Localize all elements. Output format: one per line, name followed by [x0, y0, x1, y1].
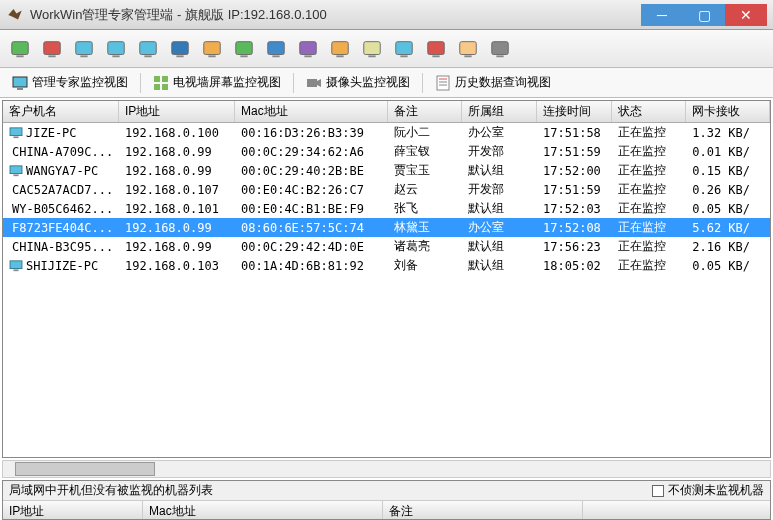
page-icon[interactable]: [166, 35, 194, 63]
chat-icon[interactable]: [358, 35, 386, 63]
cell-time: 17:52:08: [537, 221, 612, 235]
history-icon: [435, 75, 451, 91]
table-row[interactable]: SHIJIZE-PC192.168.0.10300:1A:4D:6B:81:92…: [3, 256, 770, 275]
cell-group: 开发部: [462, 143, 537, 160]
cell-name: CHINA-B3C95...: [3, 240, 119, 254]
play-icon[interactable]: [230, 35, 258, 63]
cell-time: 17:52:03: [537, 202, 612, 216]
svg-rect-2: [44, 41, 61, 54]
bottom-panel: 局域网中开机但没有被监视的机器列表 不侦测未监视机器 IP地址 Mac地址 备注: [2, 480, 771, 520]
scrollbar-thumb[interactable]: [15, 462, 155, 476]
table-row[interactable]: WANGYA7-PC192.168.0.9900:0C:29:40:2B:BE贾…: [3, 161, 770, 180]
svg-rect-57: [10, 260, 22, 268]
col-note[interactable]: 备注: [388, 101, 463, 122]
cell-ip: 192.168.0.101: [119, 202, 235, 216]
svg-rect-31: [496, 55, 503, 57]
table-row[interactable]: CHINA-B3C95...192.168.0.9900:0C:29:42:4D…: [3, 237, 770, 256]
cell-mac: 00:0C:29:34:62:A6: [235, 145, 388, 159]
view-tabs: 管理专家监控视图 电视墙屏幕监控视图 摄像头监控视图 历史数据查询视图: [0, 68, 773, 98]
bcol-note[interactable]: 备注: [383, 501, 583, 519]
close-button[interactable]: ✕: [725, 4, 767, 26]
col-name[interactable]: 客户机名: [3, 101, 119, 122]
app-icon: [6, 6, 24, 24]
remove-icon[interactable]: [38, 35, 66, 63]
cell-status: 正在监控: [612, 219, 687, 236]
cell-time: 17:52:00: [537, 164, 612, 178]
tvwall-icon: [153, 75, 169, 91]
pencil-icon[interactable]: [198, 35, 226, 63]
svg-rect-8: [140, 41, 157, 54]
svg-rect-29: [464, 55, 471, 57]
col-net[interactable]: 网卡接收: [686, 101, 770, 122]
bcol-ip[interactable]: IP地址: [3, 501, 143, 519]
cell-net: 5.62 KB/: [686, 221, 770, 235]
cell-ip: 192.168.0.99: [119, 240, 235, 254]
svg-rect-38: [307, 79, 317, 87]
view-monitor[interactable]: 管理专家监控视图: [6, 72, 134, 93]
cell-mac: 00:E0:4C:B2:26:C7: [235, 183, 388, 197]
svg-rect-48: [13, 174, 18, 176]
checkbox-label: 不侦测未监视机器: [668, 482, 764, 499]
no-detect-checkbox[interactable]: 不侦测未监视机器: [652, 482, 764, 499]
file-icon[interactable]: [486, 35, 514, 63]
window-controls: ─ ▢ ✕: [641, 4, 767, 26]
separator: [293, 73, 294, 93]
svg-rect-17: [272, 55, 279, 57]
cell-name: WANGYA7-PC: [3, 164, 119, 178]
minimize-button[interactable]: ─: [641, 4, 683, 26]
cell-time: 17:51:59: [537, 183, 612, 197]
table-row[interactable]: JIZE-PC192.168.0.10000:16:D3:26:B3:39阮小二…: [3, 123, 770, 142]
call-icon[interactable]: [390, 35, 418, 63]
cell-time: 17:51:58: [537, 126, 612, 140]
col-mac[interactable]: Mac地址: [235, 101, 388, 122]
cell-group: 默认组: [462, 162, 537, 179]
cell-net: 0.05 KB/: [686, 259, 770, 273]
svg-rect-6: [108, 41, 125, 54]
table-row[interactable]: CAC52A7ACD7...192.168.0.10700:E0:4C:B2:2…: [3, 180, 770, 199]
cell-ip: 192.168.0.107: [119, 183, 235, 197]
horizontal-scrollbar[interactable]: [2, 460, 771, 478]
cell-note: 张飞: [388, 200, 463, 217]
monitor2-icon[interactable]: [102, 35, 130, 63]
table-row[interactable]: F8723FE404C...192.168.0.9908:60:6E:57:5C…: [3, 218, 770, 237]
svg-rect-15: [240, 55, 247, 57]
col-ip[interactable]: IP地址: [119, 101, 235, 122]
cell-name: WY-B05C6462...: [3, 202, 119, 216]
power-icon[interactable]: [422, 35, 450, 63]
col-group[interactable]: 所属组: [462, 101, 537, 122]
cell-mac: 00:0C:29:42:4D:0E: [235, 240, 388, 254]
clock-icon[interactable]: [326, 35, 354, 63]
view-tvwall[interactable]: 电视墙屏幕监控视图: [147, 72, 287, 93]
col-status[interactable]: 状态: [612, 101, 687, 122]
cell-name: F8723FE404C...: [3, 221, 119, 235]
svg-rect-27: [432, 55, 439, 57]
bcol-mac[interactable]: Mac地址: [143, 501, 383, 519]
svg-rect-36: [154, 84, 160, 90]
view-label: 摄像头监控视图: [326, 74, 410, 91]
table-row[interactable]: CHINA-A709C...192.168.0.9900:0C:29:34:62…: [3, 142, 770, 161]
view-history[interactable]: 历史数据查询视图: [429, 72, 557, 93]
cell-name: CAC52A7ACD7...: [3, 183, 119, 197]
svg-rect-5: [80, 55, 87, 57]
add-icon[interactable]: [6, 35, 34, 63]
svg-rect-4: [76, 41, 93, 54]
bottom-columns: IP地址 Mac地址 备注: [3, 501, 770, 519]
find-icon[interactable]: [294, 35, 322, 63]
monitor1-icon[interactable]: [70, 35, 98, 63]
cell-time: 17:51:59: [537, 145, 612, 159]
globe-icon[interactable]: [262, 35, 290, 63]
svg-rect-10: [172, 41, 189, 54]
cell-mac: 00:E0:4C:B1:BE:F9: [235, 202, 388, 216]
cell-ip: 192.168.0.100: [119, 126, 235, 140]
view-camera[interactable]: 摄像头监控视图: [300, 72, 416, 93]
table-row[interactable]: WY-B05C6462...192.168.0.10100:E0:4C:B1:B…: [3, 199, 770, 218]
monitor3-icon[interactable]: [134, 35, 162, 63]
cell-name: CHINA-A709C...: [3, 145, 119, 159]
user-icon[interactable]: [454, 35, 482, 63]
svg-rect-44: [13, 136, 18, 138]
cell-net: 0.15 KB/: [686, 164, 770, 178]
maximize-button[interactable]: ▢: [683, 4, 725, 26]
cell-time: 17:56:23: [537, 240, 612, 254]
cell-status: 正在监控: [612, 200, 687, 217]
col-time[interactable]: 连接时间: [537, 101, 612, 122]
